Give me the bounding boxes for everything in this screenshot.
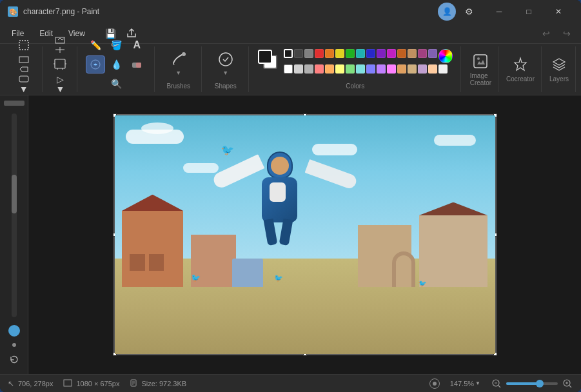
- undo-button[interactable]: ↩: [537, 25, 555, 42]
- cloud-3: [312, 144, 357, 155]
- svg-point-11: [477, 57, 480, 60]
- active-color-pair[interactable]: [258, 50, 281, 73]
- zoom-slider-thumb[interactable]: [536, 380, 544, 387]
- redo-button[interactable]: ↪: [558, 25, 576, 42]
- window-left-2: [149, 254, 164, 271]
- image-option-2[interactable]: [53, 46, 67, 54]
- cursor-coords: 706, 278px: [18, 380, 53, 387]
- eraser-btn[interactable]: [127, 55, 146, 74]
- color-yellow[interactable]: [335, 49, 344, 58]
- color-red[interactable]: [315, 49, 324, 58]
- toolbar-group-image: ▷ ▼ Image: [44, 46, 77, 92]
- color-extra[interactable]: [438, 64, 448, 74]
- color-lavender[interactable]: [418, 64, 427, 74]
- color-pink[interactable]: [387, 49, 396, 58]
- color-peach[interactable]: [428, 64, 437, 74]
- color-light-yellow[interactable]: [335, 64, 344, 74]
- select-option-2[interactable]: [17, 65, 31, 74]
- zoom-level[interactable]: 147.5% ▼: [450, 380, 480, 387]
- color-violet[interactable]: [418, 49, 427, 58]
- color-light-orange[interactable]: [325, 64, 334, 74]
- char-chest: [270, 182, 286, 202]
- minimize-button[interactable]: ─: [484, 0, 514, 23]
- canvas-image[interactable]: 🐦 🐦 🐦 🐦: [115, 115, 495, 354]
- rainbow-color[interactable]: [438, 49, 453, 63]
- color-light-pink[interactable]: [387, 64, 396, 74]
- image-option-3[interactable]: ▷: [53, 75, 67, 83]
- user-avatar[interactable]: 👤: [438, 3, 456, 21]
- color-light-purple[interactable]: [377, 64, 386, 74]
- history-btn[interactable]: [4, 351, 25, 369]
- svg-rect-12: [64, 380, 72, 386]
- svg-rect-0: [19, 41, 28, 50]
- select-option-3[interactable]: [17, 75, 31, 83]
- eyedropper-btn[interactable]: 💧: [106, 55, 126, 74]
- color-light-brown[interactable]: [397, 64, 406, 74]
- select-rect-btn[interactable]: [14, 36, 34, 54]
- zoom-chevron: ▼: [475, 380, 480, 386]
- text-btn[interactable]: A: [127, 36, 146, 54]
- color-tan[interactable]: [408, 64, 417, 74]
- foreground-color[interactable]: [258, 50, 272, 64]
- canvas-area: 🐦 🐦 🐦 🐦: [0, 95, 581, 374]
- color-violet2[interactable]: [428, 49, 437, 58]
- color-light-green[interactable]: [346, 64, 355, 74]
- image-resize-btn[interactable]: [51, 55, 69, 74]
- color-white[interactable]: [284, 64, 293, 74]
- magnify-btn[interactable]: 🔍: [106, 75, 126, 93]
- cloud-5: [434, 135, 476, 146]
- character: [248, 152, 312, 280]
- color-orange[interactable]: [325, 49, 334, 58]
- brush-btn[interactable]: [86, 55, 105, 74]
- toolbar-group-selection: ▼ Selection: [5, 46, 43, 92]
- color-black[interactable]: [284, 49, 293, 58]
- color-brown1[interactable]: [397, 49, 406, 58]
- close-button[interactable]: ✕: [544, 0, 573, 23]
- color-light-gray1[interactable]: [294, 64, 303, 74]
- ruler-dot: [12, 343, 16, 347]
- v-scrollbar[interactable]: [12, 113, 17, 317]
- zoom-out-btn[interactable]: [491, 378, 502, 389]
- app-icon: 🎨: [8, 6, 18, 17]
- color-light-teal[interactable]: [356, 64, 365, 74]
- select-option-4[interactable]: ▼: [17, 84, 31, 93]
- image-creator-btn[interactable]: Image Creator: [464, 46, 498, 92]
- settings-icon[interactable]: ⚙: [461, 4, 477, 19]
- bird-ground-3: 🐦: [274, 274, 283, 282]
- shapes-dropdown[interactable]: ▼: [210, 49, 242, 77]
- v-scrollbar-thumb[interactable]: [12, 175, 17, 213]
- select-option-1[interactable]: [17, 55, 31, 64]
- color-light-gray2[interactable]: [304, 64, 313, 74]
- color-gray[interactable]: [304, 49, 313, 58]
- zoom-slider[interactable]: [506, 382, 558, 385]
- zoom-indicator[interactable]: [8, 325, 20, 337]
- canvas-wrapper[interactable]: 🐦 🐦 🐦 🐦: [114, 115, 496, 355]
- zoom-in-btn[interactable]: [562, 378, 573, 389]
- roof-left: [122, 195, 182, 211]
- toolbar-group-shapes: ▼ Shapes: [203, 46, 249, 92]
- size-value: Size: 972.3KB: [141, 380, 186, 387]
- toolbar-group-colors: Colors: [250, 46, 461, 92]
- image-option-4[interactable]: ▼: [53, 84, 67, 93]
- pencil-btn[interactable]: ✏️: [86, 36, 105, 54]
- svg-point-9: [219, 53, 232, 66]
- cocreator-btn[interactable]: Cocreator: [500, 46, 542, 92]
- maximize-button[interactable]: □: [514, 0, 544, 23]
- toolbar-group-brushes: ▼ Brushes: [156, 46, 202, 92]
- color-brown2[interactable]: [408, 49, 417, 58]
- layers-btn[interactable]: Layers: [543, 46, 576, 92]
- color-blue[interactable]: [366, 49, 375, 58]
- image-option-1[interactable]: [53, 36, 67, 44]
- color-light-red[interactable]: [315, 64, 324, 74]
- char-leg-right: [279, 219, 293, 246]
- size-icon: [130, 379, 137, 388]
- color-light-blue[interactable]: [366, 64, 375, 74]
- brushes-dropdown[interactable]: ▼: [162, 49, 195, 77]
- cursor-icon: ↖: [8, 379, 14, 388]
- color-purple[interactable]: [377, 49, 386, 58]
- color-green[interactable]: [346, 49, 355, 58]
- color-row-1: [284, 49, 453, 63]
- fill-btn[interactable]: 🪣: [106, 36, 126, 54]
- color-dark-gray[interactable]: [294, 49, 303, 58]
- color-teal[interactable]: [356, 49, 365, 58]
